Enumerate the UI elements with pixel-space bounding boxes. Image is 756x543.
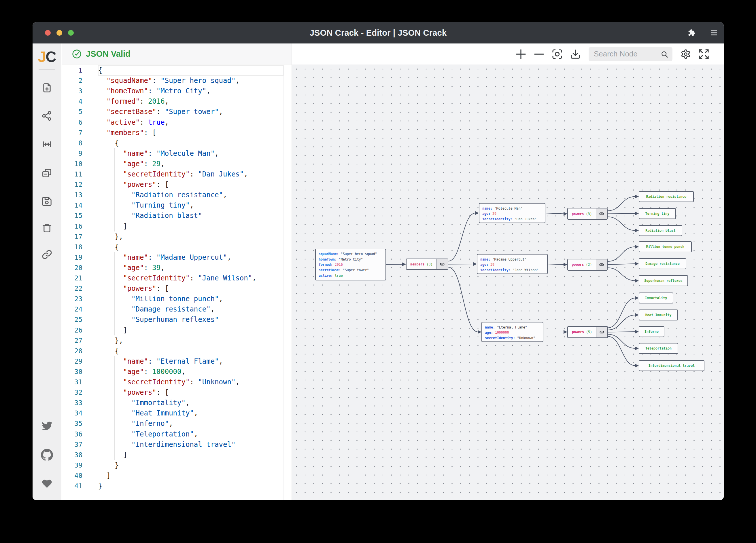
line-number: 33 bbox=[62, 398, 82, 408]
sidebar: JC bbox=[33, 44, 61, 500]
graph-node-l3[interactable]: Radiation blast bbox=[639, 225, 682, 236]
graph-edge bbox=[386, 264, 403, 265]
edge-arrowhead-icon bbox=[635, 212, 639, 215]
line-number: 1 bbox=[62, 65, 82, 75]
line-number: 34 bbox=[62, 408, 82, 418]
graph-edge bbox=[608, 332, 636, 332]
zoom-out-icon[interactable] bbox=[532, 48, 546, 61]
json-valid-label: JSON Valid bbox=[86, 49, 131, 59]
node-row: secretIdentity: "Dan Jukes" bbox=[482, 217, 545, 222]
leaf-node-text: Turning tiny bbox=[645, 212, 670, 216]
expand-link-icon[interactable] bbox=[596, 260, 607, 270]
line-number: 5 bbox=[62, 107, 82, 117]
edge-arrowhead-icon bbox=[635, 313, 639, 317]
code-line: "name": "Eternal Flame", bbox=[98, 356, 223, 366]
graph-edge bbox=[448, 213, 476, 261]
graph-node-root[interactable]: squadName: "Super hero squad"homeTown: "… bbox=[315, 249, 386, 280]
search-icon[interactable] bbox=[661, 50, 668, 58]
code-line: "secretIdentity": "Jane Wilson", bbox=[98, 273, 256, 283]
zoom-in-icon[interactable] bbox=[514, 48, 528, 61]
logo-letter-c: C bbox=[46, 48, 56, 65]
graph-edge bbox=[608, 247, 636, 262]
line-number: 9 bbox=[62, 148, 82, 159]
graph-node-l1[interactable]: Radiation resistance bbox=[639, 191, 694, 202]
menu-hamburger-icon[interactable] bbox=[706, 22, 721, 44]
line-number: 27 bbox=[62, 335, 82, 346]
heart-icon[interactable] bbox=[33, 475, 61, 492]
fullscreen-icon[interactable] bbox=[697, 48, 710, 61]
code-line: { bbox=[98, 346, 119, 356]
graph-node-members[interactable]: members (3) bbox=[406, 259, 448, 270]
line-number: 22 bbox=[62, 283, 82, 294]
line-number: 7 bbox=[62, 128, 82, 138]
graph-edge bbox=[448, 267, 478, 332]
graph-node-l7[interactable]: Immortality bbox=[639, 292, 673, 303]
json-status-bar: JSON Valid bbox=[62, 44, 292, 65]
edge-arrowhead-icon bbox=[564, 263, 567, 267]
graph-node-p3[interactable]: powers (5) bbox=[567, 326, 608, 338]
graph-canvas[interactable]: squadName: "Super hero squad"homeTown: "… bbox=[292, 65, 724, 500]
graph-edge bbox=[608, 336, 636, 366]
code-line: ] bbox=[98, 450, 127, 460]
graph-node-m2[interactable]: name: "Madame Uppercut"age: 39secretIden… bbox=[477, 254, 548, 274]
github-icon[interactable] bbox=[33, 446, 61, 463]
code-editor[interactable]: 1{2 "squadName": "Super hero squad",3 "h… bbox=[62, 65, 292, 500]
leaf-node-text: Teleportation bbox=[645, 346, 672, 350]
search-node-input[interactable] bbox=[589, 47, 672, 61]
edge-arrowhead-icon bbox=[475, 211, 479, 215]
code-line: "Radiation resistance", bbox=[98, 190, 227, 200]
app-window: JSON Crack - Editor | JSON Crack JC bbox=[33, 22, 724, 500]
delete-icon[interactable] bbox=[33, 220, 61, 237]
edge-arrowhead-icon bbox=[635, 296, 639, 300]
fold-horizontal-icon[interactable] bbox=[33, 136, 61, 153]
graph-node-p2[interactable]: powers (3) bbox=[567, 259, 608, 271]
graph-node-l5[interactable]: Damage resistance bbox=[639, 258, 686, 269]
code-line: "squadName": "Super hero squad", bbox=[98, 75, 240, 86]
graph-edge bbox=[608, 197, 636, 211]
copy-icon[interactable] bbox=[33, 164, 61, 181]
code-line: "active": true, bbox=[98, 117, 169, 128]
window-title: JSON Crack - Editor | JSON Crack bbox=[33, 22, 724, 44]
save-icon[interactable] bbox=[33, 193, 61, 210]
code-line: }, bbox=[98, 232, 123, 242]
share-graph-icon[interactable] bbox=[33, 107, 61, 124]
graph-pane: squadName: "Super hero squad"homeTown: "… bbox=[292, 44, 724, 500]
graph-node-l10[interactable]: Teleportation bbox=[639, 343, 678, 354]
code-line: "powers": [ bbox=[98, 179, 169, 190]
search-node-box bbox=[589, 47, 672, 61]
expand-link-icon[interactable] bbox=[436, 259, 448, 269]
twitter-icon[interactable] bbox=[33, 417, 61, 435]
focus-center-icon[interactable] bbox=[551, 48, 564, 61]
graph-node-l9[interactable]: Inferno bbox=[639, 326, 664, 337]
editor-scrollbar-edge bbox=[283, 65, 284, 500]
graph-node-l4[interactable]: Million tonne punch bbox=[639, 241, 692, 252]
code-line: "Interdimensional travel" bbox=[98, 439, 236, 450]
code-line: "name": "Molecule Man", bbox=[98, 148, 219, 159]
app-logo[interactable]: JC bbox=[33, 48, 61, 65]
node-row: formed: 2016 bbox=[319, 262, 385, 268]
graph-node-p1[interactable]: powers (3) bbox=[567, 208, 608, 220]
download-icon[interactable] bbox=[569, 48, 582, 61]
code-line: "Turning tiny", bbox=[98, 200, 194, 211]
graph-node-m3[interactable]: name: "Eternal Flame"age: 1000000secretI… bbox=[481, 322, 543, 342]
node-label: powers (3) bbox=[568, 209, 596, 219]
expand-link-icon[interactable] bbox=[596, 327, 607, 337]
extension-puzzle-icon[interactable] bbox=[684, 22, 699, 44]
new-document-icon[interactable] bbox=[33, 79, 61, 97]
code-line: ] bbox=[98, 221, 127, 232]
settings-gear-icon[interactable] bbox=[679, 48, 692, 61]
graph-node-l6[interactable]: Superhuman reflexes bbox=[639, 275, 688, 286]
graph-node-l8[interactable]: Heat Immunity bbox=[639, 309, 678, 320]
code-line: "secretBase": "Super tower", bbox=[98, 107, 223, 117]
node-row: name: "Molecule Man" bbox=[482, 206, 545, 211]
graph-node-l2[interactable]: Turning tiny bbox=[639, 208, 676, 219]
line-number: 15 bbox=[62, 211, 82, 221]
expand-link-icon[interactable] bbox=[596, 209, 607, 219]
code-line: "age": 1000000, bbox=[98, 366, 186, 377]
graph-edge bbox=[608, 268, 636, 281]
graph-node-m1[interactable]: name: "Molecule Man"age: 29secretIdentit… bbox=[479, 203, 545, 223]
line-number: 2 bbox=[62, 75, 82, 86]
graph-node-l11[interactable]: Interdimensional travel bbox=[639, 360, 704, 371]
link-icon[interactable] bbox=[33, 246, 61, 263]
edge-arrowhead-icon bbox=[635, 330, 639, 334]
